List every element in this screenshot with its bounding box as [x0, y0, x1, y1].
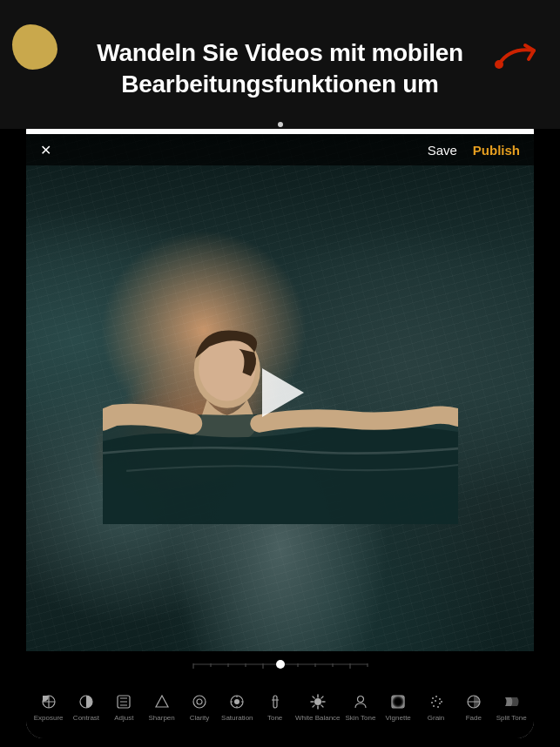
svg-point-52: [437, 706, 439, 708]
svg-point-50: [439, 703, 441, 704]
svg-line-38: [313, 697, 314, 698]
svg-rect-31: [273, 696, 277, 708]
svg-marker-22: [156, 696, 168, 707]
svg-line-40: [321, 697, 323, 698]
sharpen-icon: [152, 692, 172, 711]
adjust-label: Adjust: [114, 714, 133, 722]
sharpen-label: Sharpen: [149, 714, 175, 722]
tool-saturation[interactable]: Saturation: [219, 692, 254, 722]
contrast-label: Contrast: [73, 714, 99, 722]
publish-button[interactable]: Publish: [473, 143, 520, 158]
saturation-label: Saturation: [221, 714, 253, 722]
skin-tone-label: Skin Tone: [345, 714, 375, 722]
banner-title-line2: Bearbeitungsfunktionen um: [121, 71, 438, 98]
tool-sharpen[interactable]: Sharpen: [145, 692, 179, 722]
split-tone-label: Split Tone: [496, 714, 527, 722]
device-mockup: ✕ Save Publish: [26, 113, 534, 738]
exposure-icon: [39, 692, 58, 711]
arrow-decoration: [492, 40, 548, 94]
tool-skin-tone[interactable]: Skin Tone: [343, 692, 378, 722]
adjust-icon: [114, 692, 133, 711]
svg-point-24: [197, 699, 202, 704]
tool-white-balance[interactable]: White Balance: [295, 692, 341, 722]
svg-point-49: [435, 700, 436, 702]
tool-tone[interactable]: Tone: [258, 692, 293, 722]
device-camera: [278, 122, 283, 127]
vignette-label: Vignette: [386, 714, 411, 722]
svg-point-51: [433, 705, 435, 707]
tools-area: Exposure Contrast: [26, 651, 534, 738]
svg-point-33: [314, 698, 321, 705]
svg-point-0: [495, 60, 503, 69]
slider-control[interactable]: [185, 655, 376, 672]
banner: Wandeln Sie Videos mit mobilen Bearbeitu…: [0, 0, 560, 129]
tools-row: Exposure Contrast: [26, 676, 534, 738]
white-balance-icon: [308, 692, 327, 711]
app-screen: ✕ Save Publish: [26, 134, 534, 738]
topbar-actions: Save Publish: [428, 143, 520, 158]
save-button[interactable]: Save: [428, 143, 457, 158]
tool-clarity[interactable]: Clarity: [182, 692, 217, 722]
svg-point-26: [234, 699, 240, 704]
svg-point-42: [357, 697, 363, 703]
tool-split-tone[interactable]: Split Tone: [494, 692, 529, 722]
play-button[interactable]: [250, 362, 311, 423]
split-tone-icon: [502, 692, 521, 711]
close-button[interactable]: ✕: [40, 142, 51, 158]
adjustment-slider-row: [26, 651, 534, 676]
app-topbar: ✕ Save Publish: [26, 134, 534, 165]
svg-point-46: [435, 696, 437, 697]
svg-point-48: [431, 702, 433, 703]
tone-icon: [266, 692, 285, 711]
svg-point-15: [276, 660, 285, 669]
tool-contrast[interactable]: Contrast: [69, 692, 104, 722]
clarity-icon: [190, 692, 209, 711]
svg-point-45: [432, 697, 434, 699]
svg-rect-44: [392, 696, 404, 708]
tool-vignette[interactable]: Vignette: [381, 692, 415, 722]
play-icon: [262, 368, 304, 417]
banner-title-line1: Wandeln Sie Videos mit mobilen: [97, 39, 462, 66]
clarity-label: Clarity: [190, 714, 210, 722]
tone-label: Tone: [267, 714, 282, 722]
svg-point-47: [439, 698, 441, 700]
exposure-label: Exposure: [34, 714, 64, 722]
svg-point-53: [441, 701, 442, 703]
tool-exposure[interactable]: Exposure: [31, 692, 66, 722]
fade-icon: [464, 692, 483, 711]
grain-label: Grain: [428, 714, 445, 722]
tool-adjust[interactable]: Adjust: [106, 692, 141, 722]
svg-point-23: [193, 696, 206, 708]
white-balance-label: White Balance: [295, 714, 341, 722]
video-area[interactable]: [26, 134, 534, 651]
skin-tone-icon: [351, 692, 370, 711]
fade-label: Fade: [466, 714, 482, 722]
grain-icon: [427, 692, 446, 711]
saturation-icon: [227, 692, 246, 711]
svg-line-41: [313, 705, 314, 707]
vignette-icon: [388, 692, 408, 711]
banner-title: Wandeln Sie Videos mit mobilen Bearbeitu…: [97, 37, 462, 101]
contrast-icon: [77, 692, 96, 711]
tool-fade[interactable]: Fade: [456, 692, 491, 722]
tool-grain[interactable]: Grain: [419, 692, 454, 722]
svg-line-39: [321, 705, 323, 707]
